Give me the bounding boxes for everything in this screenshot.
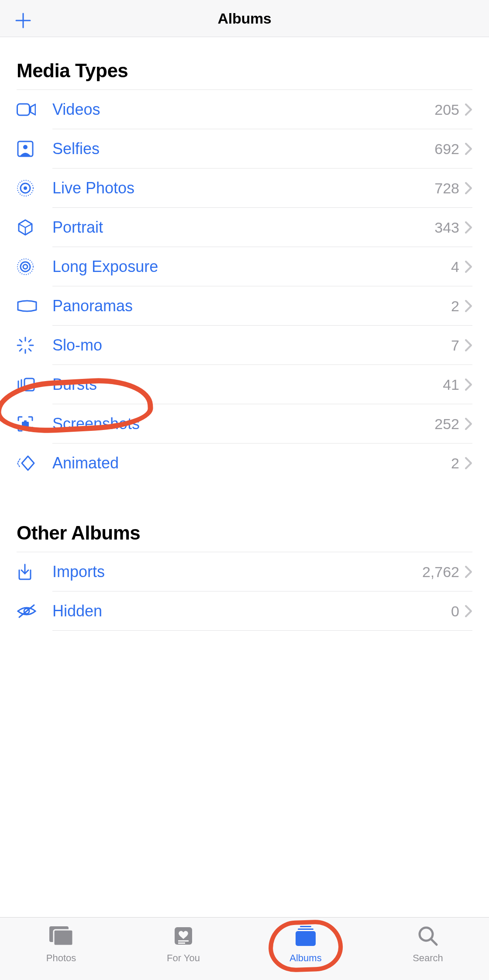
chevron-right-icon: [465, 142, 472, 155]
add-button[interactable]: [12, 10, 34, 31]
row-count: 4: [451, 258, 459, 275]
page-title: Albums: [0, 10, 489, 27]
svg-line-16: [29, 349, 31, 351]
row-count: 41: [443, 376, 459, 393]
svg-rect-33: [298, 928, 313, 930]
row-count: 692: [434, 141, 459, 158]
row-count: 2,762: [422, 564, 459, 581]
video-icon: [17, 103, 36, 117]
slomo-icon: [17, 337, 34, 354]
tab-label: Albums: [289, 952, 321, 964]
svg-rect-2: [17, 104, 30, 115]
row-count: 343: [434, 219, 459, 236]
chevron-right-icon: [465, 417, 472, 430]
chevron-right-icon: [465, 299, 472, 313]
photos-tab-icon: [48, 924, 75, 948]
panorama-icon: [17, 299, 38, 313]
plus-icon: [14, 12, 32, 29]
section-other-albums: Other Albums Imports 2,762 Hidden 0: [0, 522, 489, 631]
svg-point-9: [21, 262, 30, 272]
hidden-icon: [17, 603, 37, 619]
burst-icon: [17, 376, 36, 393]
svg-point-8: [17, 259, 33, 275]
svg-rect-34: [296, 931, 316, 946]
tab-label: Search: [413, 952, 443, 964]
row-bursts[interactable]: Bursts 41: [17, 365, 472, 404]
row-label: Long Exposure: [52, 258, 451, 276]
chevron-right-icon: [465, 565, 472, 578]
svg-point-10: [23, 265, 28, 269]
row-count: 205: [434, 101, 459, 118]
screenshot-icon: [17, 415, 34, 433]
row-label: Animated: [52, 454, 451, 472]
row-selfies[interactable]: Selfies 692: [17, 129, 472, 168]
row-label: Live Photos: [52, 179, 434, 197]
tab-label: Photos: [46, 952, 76, 964]
svg-rect-22: [22, 422, 29, 427]
nav-header: Albums: [0, 0, 489, 37]
svg-rect-23: [24, 420, 27, 422]
row-count: 728: [434, 180, 459, 197]
row-count: 7: [451, 337, 459, 354]
row-count: 252: [434, 416, 459, 433]
chevron-right-icon: [465, 103, 472, 116]
svg-rect-30: [178, 940, 189, 942]
row-label: Hidden: [52, 602, 451, 620]
albums-tab-icon: [293, 924, 318, 948]
portrait-icon: [17, 219, 34, 236]
chevron-right-icon: [465, 182, 472, 195]
tab-bar: Photos For You Albums Search: [0, 917, 489, 980]
row-label: Bursts: [52, 375, 443, 394]
tab-albums[interactable]: Albums: [244, 918, 367, 980]
row-slomo[interactable]: Slo-mo 7: [17, 326, 472, 365]
row-label: Imports: [52, 563, 422, 581]
chevron-right-icon: [465, 378, 472, 391]
svg-point-4: [23, 145, 28, 149]
row-videos[interactable]: Videos 205: [17, 90, 472, 129]
row-label: Slo-mo: [52, 336, 451, 354]
chevron-right-icon: [465, 457, 472, 470]
tab-foryou[interactable]: For You: [122, 918, 244, 980]
row-panoramas[interactable]: Panoramas 2: [17, 286, 472, 326]
foryou-tab-icon: [172, 924, 195, 948]
imports-icon: [17, 563, 33, 581]
row-label: Portrait: [52, 218, 434, 237]
row-count: 2: [451, 298, 459, 315]
svg-rect-28: [54, 930, 73, 946]
selfie-icon: [17, 140, 34, 158]
animated-icon: [17, 454, 36, 472]
section-title-media-types: Media Types: [17, 60, 472, 82]
search-tab-icon: [417, 924, 439, 948]
row-long-exposure[interactable]: Long Exposure 4: [17, 247, 472, 286]
chevron-right-icon: [465, 339, 472, 352]
section-media-types: Media Types Videos 205 Selfies 692 Live …: [0, 60, 489, 483]
row-label: Videos: [52, 100, 434, 119]
chevron-right-icon: [465, 260, 472, 273]
row-portrait[interactable]: Portrait 343: [17, 208, 472, 247]
row-live-photos[interactable]: Live Photos 728: [17, 168, 472, 208]
svg-rect-31: [178, 942, 185, 944]
livephoto-icon: [17, 179, 34, 197]
row-imports[interactable]: Imports 2,762: [17, 552, 472, 591]
section-title-other-albums: Other Albums: [17, 522, 472, 544]
chevron-right-icon: [465, 605, 472, 618]
tab-label: For You: [167, 952, 200, 964]
chevron-right-icon: [465, 221, 472, 234]
row-label: Screenshots: [52, 415, 434, 433]
svg-line-18: [20, 349, 22, 351]
longexposure-icon: [17, 258, 34, 275]
svg-rect-19: [24, 378, 34, 391]
row-count: 0: [451, 603, 459, 620]
svg-line-26: [19, 605, 34, 617]
row-label: Panoramas: [52, 297, 451, 315]
svg-line-36: [431, 939, 437, 945]
svg-rect-32: [300, 926, 311, 927]
row-animated[interactable]: Animated 2: [17, 444, 472, 483]
tab-search[interactable]: Search: [367, 918, 489, 980]
row-count: 2: [451, 455, 459, 472]
tab-photos[interactable]: Photos: [0, 918, 122, 980]
row-hidden[interactable]: Hidden 0: [17, 591, 472, 631]
svg-point-7: [24, 186, 27, 190]
row-screenshots[interactable]: Screenshots 252: [17, 404, 472, 444]
svg-line-17: [29, 340, 31, 342]
